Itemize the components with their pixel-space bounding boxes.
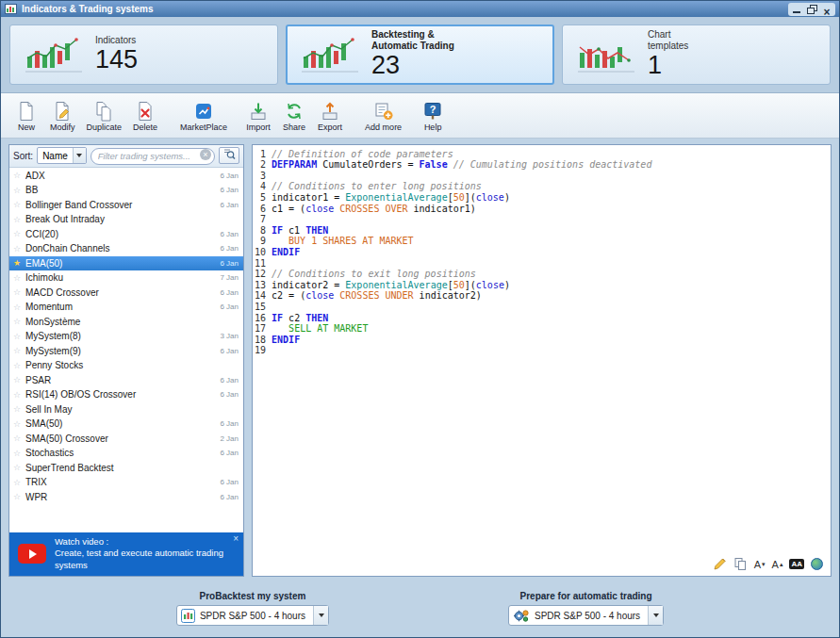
list-item[interactable]: ☆SuperTrend Backtest — [9, 461, 243, 476]
minimize-button[interactable] — [789, 3, 804, 16]
titlebar[interactable]: Indicators & Trading systems — [1, 1, 839, 17]
system-name: MACD Crossover — [25, 287, 220, 298]
line-number: 12 — [255, 269, 272, 280]
favorite-star-icon[interactable]: ☆ — [13, 463, 25, 472]
favorite-star-icon[interactable]: ☆ — [13, 273, 25, 283]
code-line: 14c2 = (close CROSSES UNDER indicator2) — [255, 290, 831, 302]
system-name: Stochastics — [25, 448, 220, 458]
edit-code-icon[interactable] — [713, 557, 727, 571]
search-options-button[interactable] — [219, 147, 239, 164]
favorite-star-icon[interactable]: ☆ — [13, 287, 25, 297]
modify-button[interactable]: Modify — [46, 99, 79, 134]
autotrading-label: Prepare for automatic trading — [520, 591, 652, 601]
favorite-star-icon[interactable]: ☆ — [13, 375, 25, 384]
favorite-star-icon[interactable]: ☆ — [13, 229, 25, 238]
list-item[interactable]: ☆ADX6 Jan — [9, 169, 243, 184]
line-number: 6 — [255, 204, 272, 215]
increase-font-icon[interactable] — [772, 559, 783, 570]
list-item[interactable]: ☆DonChain Channels6 Jan — [9, 241, 243, 256]
list-item[interactable]: ☆MySystem(8)3 Jan — [9, 329, 243, 344]
chevron-down-icon[interactable] — [648, 606, 663, 625]
favorite-star-icon[interactable]: ☆ — [13, 200, 25, 209]
window-controls — [788, 3, 835, 16]
favorite-star-icon[interactable]: ☆ — [13, 492, 25, 501]
import-button[interactable]: Import — [242, 99, 274, 134]
magnifier-icon — [222, 147, 236, 164]
code-editor[interactable]: 1// Definition of code parameters2DEFPAR… — [253, 145, 831, 555]
list-item[interactable]: ☆PSAR6 Jan — [9, 373, 243, 388]
export-button[interactable]: Export — [314, 99, 346, 134]
backtest-instrument-dropdown[interactable]: SPDR S&P 500 - 4 hours — [176, 605, 329, 626]
list-item[interactable]: ☆WPR6 Jan — [9, 490, 243, 505]
code-line: 3 — [255, 171, 831, 182]
close-banner-icon[interactable] — [233, 533, 239, 544]
favorite-star-icon[interactable]: ☆ — [13, 478, 25, 487]
duplicate-icon — [94, 101, 113, 122]
code-line: 1// Definition of code parameters — [255, 149, 831, 160]
system-name: RSI(14) OB/OS Crossover — [25, 389, 220, 400]
favorite-star-icon[interactable]: ☆ — [13, 244, 25, 254]
card-backtesting[interactable]: Backtesting & Automatic Trading 23 — [286, 25, 554, 85]
autotrading-group: Prepare for automatic trading SPDR S&P 5… — [508, 591, 664, 637]
line-number: 15 — [255, 302, 272, 313]
edit-pencil-icon — [53, 101, 72, 122]
decrease-font-icon[interactable] — [754, 559, 766, 570]
line-number: 7 — [255, 214, 272, 225]
favorite-star-icon[interactable]: ☆ — [13, 390, 25, 400]
list-item[interactable]: ☆BB6 Jan — [9, 183, 243, 198]
default-font-size-icon[interactable] — [789, 559, 804, 569]
marketplace-button[interactable]: MarketPlace — [176, 99, 231, 134]
new-button[interactable]: New — [10, 99, 42, 134]
favorite-star-icon[interactable]: ☆ — [13, 317, 25, 326]
favorite-star-icon[interactable]: ☆ — [13, 404, 25, 414]
delete-button[interactable]: Delete — [129, 99, 161, 134]
list-item[interactable]: ☆Sell In May — [9, 402, 243, 417]
share-button[interactable]: Share — [278, 99, 310, 134]
list-item[interactable]: ☆TRIX6 Jan — [9, 475, 243, 490]
list-item[interactable]: ☆SMA(50) Crossover2 Jan — [9, 432, 243, 447]
restore-button[interactable] — [804, 3, 819, 16]
filter-input[interactable] — [91, 148, 215, 165]
card-chart-templates[interactable]: Chart templates 1 — [562, 25, 831, 85]
autotrading-instrument-dropdown[interactable]: SPDR S&P 500 - 4 hours — [508, 605, 664, 626]
list-item[interactable]: ☆SMA(50)6 Jan — [9, 417, 243, 432]
favorite-star-icon[interactable]: ☆ — [13, 346, 25, 355]
close-button[interactable] — [819, 3, 834, 16]
add-more-button[interactable]: Add more — [361, 99, 405, 134]
favorite-star-icon[interactable]: ☆ — [13, 434, 25, 443]
list-item[interactable]: ☆Stochastics6 Jan — [9, 446, 243, 461]
code-line: 8IF c1 THEN — [255, 225, 831, 237]
language-globe-icon[interactable] — [811, 558, 823, 570]
list-item[interactable]: ☆Penny Stocks — [9, 358, 243, 373]
help-button[interactable]: ? Help — [417, 99, 449, 134]
favorite-star-icon[interactable]: ☆ — [13, 449, 25, 458]
favorite-star-icon[interactable]: ☆ — [13, 303, 25, 312]
list-item[interactable]: ☆MySystem(9)6 Jan — [9, 344, 243, 359]
list-item[interactable]: ☆MonSystème — [9, 315, 243, 330]
system-date: 7 Jan — [220, 273, 239, 282]
list-item[interactable]: ☆Ichimoku7 Jan — [9, 270, 243, 286]
list-item[interactable]: ☆MACD Crossover6 Jan — [9, 286, 243, 301]
copy-code-icon[interactable] — [733, 557, 748, 571]
favorite-star-icon[interactable]: ☆ — [13, 361, 25, 370]
line-number: 17 — [255, 323, 272, 335]
list-item[interactable]: ☆Bollinger Band Crossover6 Jan — [9, 198, 243, 213]
favorite-star-icon[interactable]: ☆ — [13, 186, 25, 195]
favorite-star-icon[interactable]: ★ — [13, 258, 25, 268]
favorite-star-icon[interactable]: ☆ — [13, 419, 25, 429]
favorite-star-icon[interactable]: ☆ — [13, 332, 25, 341]
card-indicators[interactable]: Indicators 145 — [9, 25, 278, 85]
list-item[interactable]: ☆Momentum6 Jan — [9, 300, 243, 315]
duplicate-button[interactable]: Duplicate — [83, 99, 126, 134]
list-item[interactable]: ☆Break Out Intraday — [9, 212, 243, 227]
watch-video-banner[interactable]: Watch video : Create, test and execute a… — [9, 532, 243, 576]
youtube-play-icon — [18, 544, 46, 564]
sort-dropdown[interactable]: Name — [37, 147, 87, 164]
list-item[interactable]: ☆CCI(20)6 Jan — [9, 227, 243, 242]
list-item[interactable]: ☆RSI(14) OB/OS Crossover6 Jan — [9, 387, 243, 402]
chevron-down-icon[interactable] — [313, 606, 328, 625]
system-name: WPR — [25, 492, 220, 502]
favorite-star-icon[interactable]: ☆ — [13, 215, 25, 224]
list-item[interactable]: ★EMA(50)6 Jan — [9, 256, 243, 271]
favorite-star-icon[interactable]: ☆ — [13, 171, 25, 180]
